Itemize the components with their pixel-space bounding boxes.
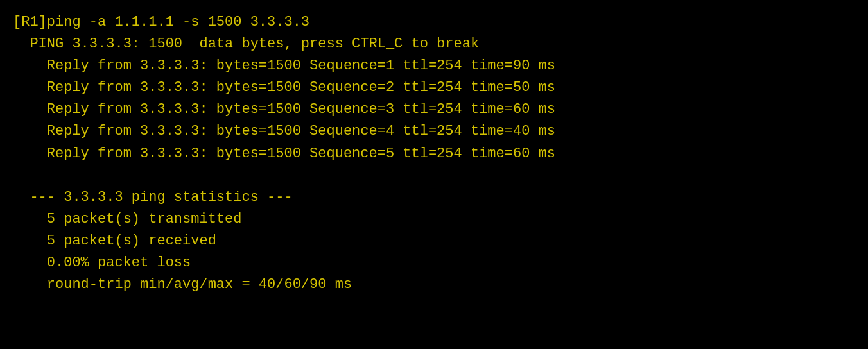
terminal-window: [R1]ping -a 1.1.1.1 -s 1500 3.3.3.3 PING… xyxy=(0,0,868,349)
terminal-output: [R1]ping -a 1.1.1.1 -s 1500 3.3.3.3 PING… xyxy=(13,12,855,296)
